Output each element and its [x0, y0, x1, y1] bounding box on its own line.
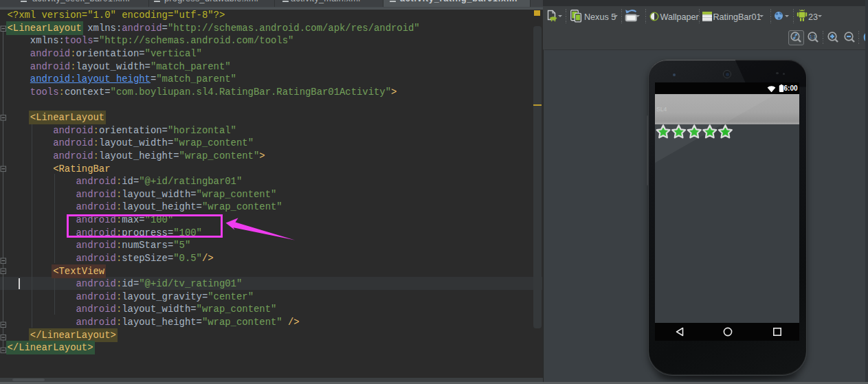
svg-text:1:1: 1:1	[810, 34, 816, 39]
